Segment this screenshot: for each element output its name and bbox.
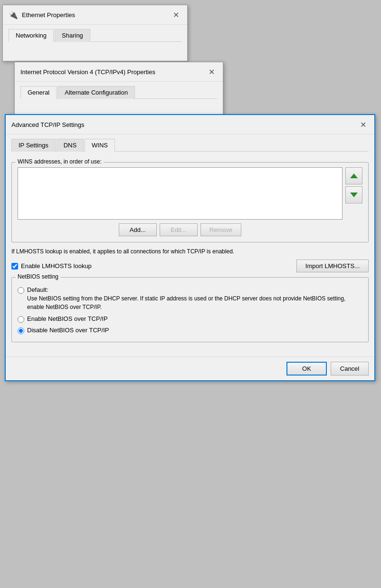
default-radio-description: Use NetBIOS setting from the DHCP server… — [27, 294, 362, 311]
import-lmhosts-button[interactable]: Import LMHOSTS... — [296, 260, 369, 272]
ethernet-icon: 🔌 — [9, 10, 18, 19]
advanced-tcpip-window: Advanced TCP/IP Settings ✕ IP Settings D… — [5, 114, 375, 381]
enable-lmhosts-label: Enable LMHOSTS lookup — [21, 262, 92, 270]
arrow-buttons — [345, 167, 362, 205]
ethernet-properties-window: 🔌 Ethernet Properties ✕ Networking Shari… — [2, 5, 188, 61]
netbios-group: NetBIOS setting Default: Use NetBIOS set… — [11, 277, 369, 342]
enable-netbios-label: Enable NetBIOS over TCP/IP — [27, 315, 108, 322]
advanced-content: WINS addresses, in order of use: Add... … — [6, 152, 374, 353]
enable-lmhosts-checkbox[interactable] — [11, 263, 18, 270]
default-radio-text: Default: Use NetBIOS setting from the DH… — [27, 286, 362, 311]
advanced-tabs: IP Settings DNS WINS — [6, 135, 374, 151]
ipv4-title-bar: Internet Protocol Version 4 (TCP/IPv4) P… — [15, 62, 223, 82]
disable-netbios-radio[interactable] — [18, 328, 24, 334]
lmhosts-info-text: If LMHOSTS lookup is enabled, it applies… — [11, 247, 369, 256]
enable-netbios-radio-row: Enable NetBIOS over TCP/IP — [18, 315, 362, 323]
ipv4-tabs: General Alternate Configuration — [15, 82, 223, 98]
ethernet-title-bar: 🔌 Ethernet Properties ✕ — [3, 5, 187, 25]
tab-networking[interactable]: Networking — [9, 29, 54, 42]
tab-wins[interactable]: WINS — [85, 139, 115, 152]
wins-list-box-wrap: Add... Edit... Remove — [18, 167, 343, 236]
move-up-button[interactable] — [345, 167, 362, 184]
ethernet-close-button[interactable]: ✕ — [170, 9, 181, 20]
advanced-title-bar: Advanced TCP/IP Settings ✕ — [6, 115, 374, 135]
add-button[interactable]: Add... — [119, 223, 157, 236]
advanced-close-button[interactable]: ✕ — [357, 119, 369, 130]
ipv4-properties-window: Internet Protocol Version 4 (TCP/IPv4) P… — [14, 62, 223, 118]
ok-button[interactable]: OK — [286, 362, 327, 376]
remove-button[interactable]: Remove — [200, 223, 241, 236]
arrow-down-icon — [350, 193, 358, 197]
tab-general[interactable]: General — [20, 86, 57, 99]
advanced-title: Advanced TCP/IP Settings — [11, 121, 357, 128]
move-down-button[interactable] — [345, 186, 362, 203]
disable-netbios-radio-row: Disable NetBIOS over TCP/IP — [18, 327, 362, 334]
wins-button-row: Add... Edit... Remove — [18, 223, 343, 236]
tab-alternate-configuration[interactable]: Alternate Configuration — [57, 86, 135, 99]
wins-group-label: WINS addresses, in order of use: — [16, 158, 104, 165]
enable-netbios-radio[interactable] — [18, 316, 24, 323]
lmhosts-row: Enable LMHOSTS lookup Import LMHOSTS... — [11, 260, 369, 272]
wins-list-box[interactable] — [18, 167, 343, 220]
wins-list-area: Add... Edit... Remove — [18, 167, 362, 236]
ipv4-title: Internet Protocol Version 4 (TCP/IPv4) P… — [20, 68, 206, 76]
tab-sharing[interactable]: Sharing — [55, 29, 90, 42]
wins-addresses-group: WINS addresses, in order of use: Add... … — [11, 162, 369, 242]
advanced-footer: OK Cancel — [6, 357, 374, 380]
arrow-up-icon — [350, 174, 358, 178]
default-radio[interactable] — [18, 287, 24, 294]
ethernet-title: Ethernet Properties — [22, 11, 170, 19]
tab-ip-settings[interactable]: IP Settings — [11, 139, 56, 152]
edit-button[interactable]: Edit... — [160, 223, 198, 236]
default-radio-row: Default: Use NetBIOS setting from the DH… — [18, 286, 362, 311]
ipv4-close-button[interactable]: ✕ — [206, 66, 217, 77]
ethernet-tabs: Networking Sharing — [3, 25, 187, 41]
netbios-group-label: NetBIOS setting — [16, 273, 60, 280]
enable-lmhosts-checkbox-row: Enable LMHOSTS lookup — [11, 262, 92, 270]
tab-dns[interactable]: DNS — [57, 139, 84, 152]
cancel-button[interactable]: Cancel — [331, 362, 369, 376]
disable-netbios-label: Disable NetBIOS over TCP/IP — [27, 327, 109, 334]
default-radio-label: Default: — [27, 286, 48, 293]
